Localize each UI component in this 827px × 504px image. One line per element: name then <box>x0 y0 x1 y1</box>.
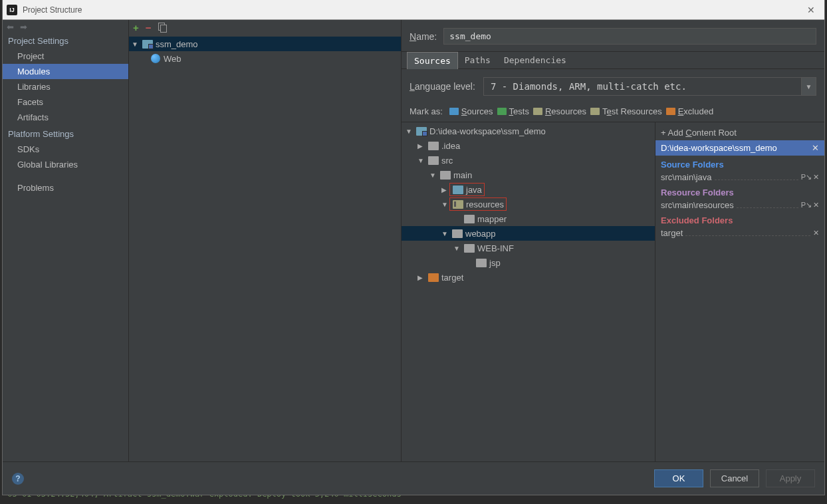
sidebar-item-global-libraries[interactable]: Global Libraries <box>3 157 128 172</box>
sidebar-item-problems[interactable]: Problems <box>3 180 128 195</box>
sidebar-item-artifacts[interactable]: Artifacts <box>3 110 128 125</box>
titlebar: IJ Project Structure ✕ <box>3 0 824 20</box>
folder-icon <box>453 200 463 209</box>
folder-entry[interactable]: src\main\javaP↘✕ <box>655 171 824 184</box>
section-heading: Source Folders <box>655 156 824 171</box>
close-icon[interactable]: ✕ <box>812 143 819 153</box>
folder-icon <box>428 156 439 165</box>
content-root-path[interactable]: D:\idea-workspace\ssm_demo ✕ <box>655 140 824 156</box>
chevron-down-icon[interactable] <box>429 172 437 179</box>
sidebar-item-facets[interactable]: Facets <box>3 94 128 110</box>
tree-label: mapper <box>477 214 507 224</box>
tree-item[interactable]: mapper <box>402 211 655 226</box>
tab-sources[interactable]: Sources <box>407 52 458 69</box>
mark-as-row: Mark as: Sources Tests Resources Test Re… <box>402 104 824 122</box>
sidebar-heading-platform: Platform Settings <box>3 125 128 142</box>
sources-icon <box>449 108 459 115</box>
module-web-label: Web <box>164 54 181 64</box>
chevron-down-icon[interactable] <box>453 245 461 252</box>
chevron-down-icon[interactable] <box>406 128 414 135</box>
sidebar-item-modules[interactable]: Modules <box>3 64 128 79</box>
modules-panel: + − ssm_demo Web <box>129 20 402 461</box>
mark-excluded[interactable]: Excluded <box>666 106 713 116</box>
test-resources-icon <box>590 108 600 115</box>
sidebar-nav: ⬅ ➡ <box>3 20 128 32</box>
close-icon[interactable]: ✕ <box>802 5 820 15</box>
mark-sources[interactable]: Sources <box>449 106 493 116</box>
sidebar-item-project[interactable]: Project <box>3 49 128 64</box>
content-root-path-text: D:\idea-workspace\ssm_demo <box>661 143 777 153</box>
tree-label: jsp <box>489 258 501 268</box>
globe-icon <box>150 55 161 63</box>
arrow-right-icon[interactable]: ➡ <box>20 22 27 32</box>
tree-label: resources <box>466 199 504 209</box>
arrow-left-icon[interactable]: ⬅ <box>7 22 14 32</box>
folder-icon <box>440 171 451 180</box>
tree-item[interactable]: jsp <box>402 255 655 270</box>
tree-item[interactable]: resources <box>402 197 655 211</box>
section-heading: Excluded Folders <box>655 211 824 227</box>
language-level-select[interactable]: 7 - Diamonds, ARM, multi-catch etc. ▼ <box>483 77 816 96</box>
folder-path: src\main\resources <box>661 200 734 210</box>
chevron-down-icon[interactable] <box>441 201 449 208</box>
tree-item[interactable]: target <box>402 270 655 285</box>
sidebar-heading-project: Project Settings <box>3 32 128 49</box>
close-icon[interactable]: ✕ <box>813 201 819 209</box>
tab-dependencies[interactable]: Dependencies <box>497 52 573 68</box>
tree-item[interactable]: java <box>402 182 655 197</box>
sidebar-item-sdks[interactable]: SDKs <box>3 142 128 157</box>
tree-label: target <box>441 273 463 283</box>
chevron-down-icon[interactable] <box>441 230 449 237</box>
chevron-right-icon[interactable] <box>441 186 449 193</box>
tree-item[interactable]: webapp <box>402 226 655 241</box>
chevron-right-icon[interactable] <box>417 274 425 281</box>
add-content-root[interactable]: + Add Content Root <box>655 125 824 140</box>
plus-icon[interactable]: + <box>133 22 139 33</box>
name-label: Name: <box>410 31 437 42</box>
folder-icon <box>476 259 487 267</box>
content-roots: + Add Content Root D:\idea-workspace\ssm… <box>655 122 824 461</box>
tree-label: D:\idea-workspace\ssm_demo <box>429 126 546 136</box>
tabs: Sources Paths Dependencies <box>402 51 824 69</box>
mark-resources[interactable]: Resources <box>533 106 586 116</box>
chevron-down-icon[interactable] <box>417 157 425 164</box>
module-root[interactable]: ssm_demo <box>129 37 401 51</box>
tree-item[interactable]: main <box>402 168 655 182</box>
minus-icon[interactable]: − <box>146 22 152 33</box>
copy-icon[interactable] <box>158 23 168 32</box>
sidebar-item-libraries[interactable]: Libraries <box>3 79 128 94</box>
properties-icon[interactable]: P↘ <box>801 173 812 182</box>
language-level-value: 7 - Diamonds, ARM, multi-catch etc. <box>483 77 802 96</box>
folder-icon <box>452 229 463 238</box>
folder-entry[interactable]: target✕ <box>655 227 824 239</box>
tree-label: webapp <box>465 229 496 239</box>
chevron-down-icon[interactable]: ▼ <box>802 77 816 96</box>
tests-icon <box>497 108 507 115</box>
window-title: Project Structure <box>23 5 802 15</box>
mark-tests[interactable]: Tests <box>497 106 529 116</box>
tree-item[interactable]: WEB-INF <box>402 241 655 255</box>
ok-button[interactable]: OK <box>654 469 703 487</box>
properties-icon[interactable]: P↘ <box>801 201 812 209</box>
resources-icon <box>533 108 542 115</box>
cancel-button[interactable]: Cancel <box>710 469 759 487</box>
mark-test-resources[interactable]: Test Resources <box>590 106 662 116</box>
tree-label: src <box>441 156 453 166</box>
close-icon[interactable]: ✕ <box>813 229 819 237</box>
tree-label: .idea <box>441 141 460 151</box>
module-web[interactable]: Web <box>129 51 401 66</box>
tree-item[interactable]: D:\idea-workspace\ssm_demo <box>402 124 655 138</box>
module-icon <box>142 40 153 49</box>
close-icon[interactable]: ✕ <box>813 173 819 182</box>
help-icon[interactable]: ? <box>12 473 24 485</box>
tree-item[interactable]: .idea <box>402 138 655 153</box>
name-input[interactable] <box>443 28 816 45</box>
tab-paths[interactable]: Paths <box>458 52 497 68</box>
folder-entry[interactable]: src\main\resourcesP↘✕ <box>655 199 824 211</box>
chevron-down-icon[interactable] <box>132 41 140 48</box>
modules-toolbar: + − <box>129 20 401 35</box>
tree-item[interactable]: src <box>402 153 655 168</box>
apply-button[interactable]: Apply <box>766 469 815 487</box>
chevron-right-icon[interactable] <box>417 142 425 150</box>
folder-path: src\main\java <box>661 172 712 182</box>
